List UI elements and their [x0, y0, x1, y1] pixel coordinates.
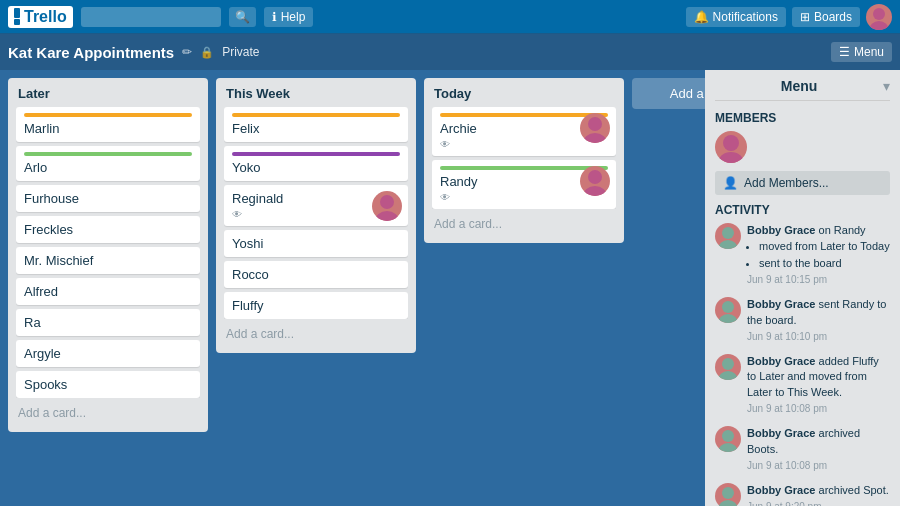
lists-container: LaterMarlinArloFurhouseFrecklesMr. Misch…	[8, 78, 624, 498]
menu-icon: ☰	[839, 45, 850, 59]
card-avatar	[372, 191, 402, 221]
add-card-button-today[interactable]: Add a card...	[432, 213, 616, 235]
card-label	[24, 113, 192, 117]
boards-label: Boards	[814, 10, 852, 24]
card[interactable]: Ra	[16, 309, 200, 336]
card-name: Alfred	[24, 284, 58, 299]
svg-point-17	[718, 443, 738, 452]
card-name: Archie	[440, 121, 477, 136]
card-eye-icon: 👁	[440, 139, 608, 150]
list-cards-this-week: FelixYokoReginald👁YoshiRoccoFluffy	[224, 107, 408, 319]
card-name: Ra	[24, 315, 41, 330]
logo-icon	[14, 8, 20, 25]
board-header: Kat Kare Appointments ✏ 🔒 Private ☰ Menu	[0, 34, 900, 70]
list-header-later: Later	[16, 86, 200, 101]
menu-label: Menu	[854, 45, 884, 59]
card-name: Yoshi	[232, 236, 263, 251]
panel-header: Menu ▾	[715, 78, 890, 101]
grid-icon: ⊞	[800, 10, 810, 24]
activity-text: Bobby Grace on Randymoved from Later to …	[747, 223, 890, 287]
card-name: Marlin	[24, 121, 59, 136]
member-avatar[interactable]	[715, 131, 747, 163]
privacy-link[interactable]: Private	[222, 45, 259, 59]
board-title: Kat Kare Appointments	[8, 44, 174, 61]
card[interactable]: Randy👁	[432, 160, 616, 209]
activity-text: Bobby Grace added Fluffy to Later and mo…	[747, 354, 890, 416]
panel-close-button[interactable]: ▾	[883, 78, 890, 94]
boards-button[interactable]: ⊞ Boards	[792, 7, 860, 27]
card-eye-icon: 👁	[440, 192, 608, 203]
card[interactable]: Alfred	[16, 278, 200, 305]
card-name: Spooks	[24, 377, 67, 392]
activity-item: Bobby Grace archived Spot.Jun 9 at 9:20 …	[715, 483, 890, 506]
card-name: Felix	[232, 121, 259, 136]
add-members-button[interactable]: 👤 Add Members...	[715, 171, 890, 195]
svg-point-19	[718, 500, 738, 506]
card[interactable]: Archie👁	[432, 107, 616, 156]
members-section	[715, 131, 890, 163]
card[interactable]: Mr. Mischief	[16, 247, 200, 274]
show-menu-button[interactable]: ☰ Menu	[831, 42, 892, 62]
help-label: Help	[281, 10, 306, 24]
trello-logo: Trello	[8, 6, 73, 28]
search-button[interactable]: 🔍	[229, 7, 256, 27]
card[interactable]: Fluffy	[224, 292, 408, 319]
app-header: Trello 🔍 ℹ Help 🔔 Notifications ⊞ Boards	[0, 0, 900, 34]
card-name: Freckles	[24, 222, 73, 237]
members-section-title: Members	[715, 111, 890, 125]
card[interactable]: Reginald👁	[224, 185, 408, 226]
activity-item: Bobby Grace sent Randy to the board.Jun …	[715, 297, 890, 344]
list-cards-today: Archie👁Randy👁	[432, 107, 616, 209]
card-name: Randy	[440, 174, 478, 189]
add-card-button-later[interactable]: Add a card...	[16, 402, 200, 424]
svg-point-4	[588, 117, 602, 131]
card-name: Fluffy	[232, 298, 264, 313]
svg-point-11	[718, 240, 738, 249]
svg-point-9	[718, 152, 744, 163]
search-input[interactable]	[81, 7, 221, 27]
user-avatar[interactable]	[866, 4, 892, 30]
card[interactable]: Argyle	[16, 340, 200, 367]
card[interactable]: Yoshi	[224, 230, 408, 257]
activity-avatar	[715, 483, 741, 506]
card-label	[440, 113, 608, 117]
activity-container: Bobby Grace on Randymoved from Later to …	[715, 223, 890, 506]
card-label	[440, 166, 608, 170]
card-name: Arlo	[24, 160, 47, 175]
activity-avatar	[715, 223, 741, 249]
card[interactable]: Furhouse	[16, 185, 200, 212]
add-card-button-this-week[interactable]: Add a card...	[224, 323, 408, 345]
activity-item: Bobby Grace added Fluffy to Later and mo…	[715, 354, 890, 416]
card-avatar	[580, 166, 610, 196]
card-name: Mr. Mischief	[24, 253, 93, 268]
card[interactable]: Arlo	[16, 146, 200, 181]
add-members-label: Add Members...	[744, 176, 829, 190]
svg-point-18	[722, 487, 734, 499]
svg-point-8	[723, 135, 739, 151]
list-today: TodayArchie👁Randy👁Add a card...	[424, 78, 624, 243]
card[interactable]: Freckles	[16, 216, 200, 243]
card[interactable]: Yoko	[224, 146, 408, 181]
notifications-button[interactable]: 🔔 Notifications	[686, 7, 786, 27]
activity-text: Bobby Grace sent Randy to the board.Jun …	[747, 297, 890, 344]
card[interactable]: Felix	[224, 107, 408, 142]
card[interactable]: Rocco	[224, 261, 408, 288]
activity-avatar	[715, 426, 741, 452]
help-button[interactable]: ℹ Help	[264, 7, 314, 27]
svg-point-10	[722, 227, 734, 239]
activity-text: Bobby Grace archived Spot.Jun 9 at 9:20 …	[747, 483, 890, 506]
list-this-week: This WeekFelixYokoReginald👁YoshiRoccoFlu…	[216, 78, 416, 353]
edit-icon[interactable]: ✏	[182, 45, 192, 59]
list-header-this-week: This Week	[224, 86, 408, 101]
activity-text: Bobby Grace archived Boots.Jun 9 at 10:0…	[747, 426, 890, 473]
card[interactable]: Marlin	[16, 107, 200, 142]
logo-text: Trello	[24, 8, 67, 26]
notifications-label: Notifications	[713, 10, 778, 24]
svg-point-0	[873, 8, 885, 20]
card[interactable]: Spooks	[16, 371, 200, 398]
card-name: Rocco	[232, 267, 269, 282]
svg-point-15	[718, 371, 738, 380]
svg-point-14	[722, 358, 734, 370]
svg-point-16	[722, 430, 734, 442]
panel-title: Menu	[715, 78, 883, 94]
